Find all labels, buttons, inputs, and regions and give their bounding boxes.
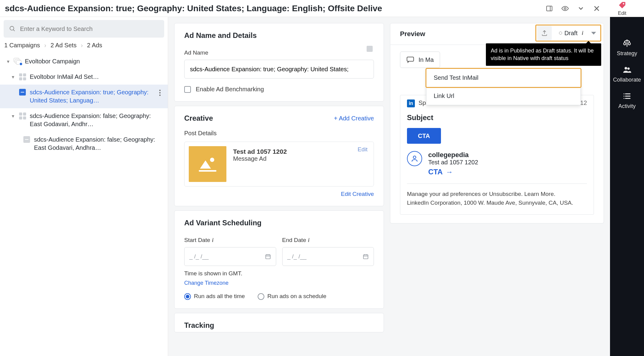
ad-icon <box>19 89 26 96</box>
svg-marker-11 <box>200 160 211 169</box>
svg-rect-14 <box>266 255 270 259</box>
svg-point-8 <box>159 90 161 91</box>
input-suffix-icon <box>367 46 373 52</box>
profile-sub: Test ad 1057 1202 <box>428 159 478 166</box>
main-content: Ad Name and Details Ad Name Enable Ad Be… <box>168 17 610 356</box>
card-title: Tracking <box>184 321 214 330</box>
tree-ad-2[interactable]: sdcs-Audience Expansion: false; Geograph… <box>0 132 168 156</box>
preview-dropdown: Send Test InMail Link Url <box>426 69 581 105</box>
info-icon[interactable]: i <box>308 237 310 243</box>
cta-button[interactable]: CTA <box>407 128 441 144</box>
sidebar: 1 Campaigns › 2 Ad Sets › 2 Ads ▼ Evolto… <box>0 17 168 356</box>
status-cluster[interactable]: Draft i <box>535 25 601 42</box>
rail-label: Collaborate <box>613 77 641 83</box>
end-date-label: End Datei <box>282 237 374 243</box>
svg-point-2 <box>564 8 566 9</box>
chevron-right-icon: › <box>44 42 46 49</box>
card-scheduling: Ad Variant Scheduling Start Datei _ /_ /… <box>174 210 384 309</box>
divider <box>407 183 587 184</box>
svg-line-7 <box>13 30 15 31</box>
tree-adset-2[interactable]: ▼ sdcs-Audience Expansion: false; Geogra… <box>0 108 168 132</box>
tree-label: sdcs-Audience Expansion: true; Geography… <box>30 88 153 105</box>
calendar-icon <box>265 254 271 260</box>
caret-down-icon[interactable] <box>591 32 596 35</box>
tree-label: Evoltobor Campaign <box>25 57 164 65</box>
card-tracking: Tracking <box>174 313 384 332</box>
tree-adset[interactable]: ▼ Evoltobor InMail Ad Set… <box>0 69 168 85</box>
avatar-icon <box>407 151 422 166</box>
tree-ad-selected[interactable]: sdcs-Audience Expansion: true; Geography… <box>0 85 168 108</box>
top-edit-block[interactable]: Edit <box>605 1 639 16</box>
inmail-chip-label: In Ma <box>419 56 434 63</box>
post-title: Test ad 1057 1202 <box>233 148 369 155</box>
svg-point-24 <box>625 67 627 70</box>
card-title: Ad Name and Details <box>184 31 257 40</box>
radio-run-all[interactable]: Run ads all the time <box>184 293 245 300</box>
caret-down-icon: ▼ <box>11 75 15 79</box>
caret-down-icon: ▼ <box>6 59 10 64</box>
status-selector[interactable]: Draft i <box>555 30 587 37</box>
ad-name-label: Ad Name <box>184 49 374 56</box>
enable-benchmarking-row[interactable]: Enable Ad Benchmarking <box>184 86 374 93</box>
kebab-menu-icon[interactable] <box>156 89 164 96</box>
info-icon[interactable]: i <box>582 30 583 36</box>
rail-label: Activity <box>618 103 636 109</box>
chevron-down-icon[interactable] <box>577 5 585 12</box>
caret-down-icon: ▼ <box>11 114 15 119</box>
eye-icon[interactable] <box>561 5 569 12</box>
edit-creative-link[interactable]: Edit Creative <box>184 191 374 197</box>
panel-layout-icon[interactable] <box>546 5 553 12</box>
svg-point-10 <box>159 95 161 96</box>
post-tile[interactable]: Test ad 1057 1202 Message Ad Edit <box>184 142 374 186</box>
preview-footer: Manage your ad preferences or Unsubscrib… <box>400 187 594 210</box>
crumb-campaigns[interactable]: 1 Campaigns <box>4 42 40 49</box>
info-icon[interactable]: i <box>212 237 214 243</box>
checkbox-icon[interactable] <box>184 86 191 93</box>
inmail-chip[interactable]: In Ma <box>400 52 440 68</box>
calendar-icon <box>363 254 369 260</box>
crumb-ads[interactable]: 2 Ads <box>87 42 102 49</box>
dd-link-url[interactable]: Link Url <box>426 87 581 105</box>
page-title: sdcs-Audience Expansion: true; Geography… <box>5 4 541 13</box>
close-icon[interactable] <box>593 5 600 12</box>
tree-label: sdcs-Audience Expansion: false; Geograph… <box>30 112 164 128</box>
search-input[interactable] <box>4 20 164 38</box>
post-edit-link[interactable]: Edit <box>358 146 368 153</box>
edit-label: Edit <box>618 11 626 16</box>
change-timezone-link[interactable]: Change Timezone <box>184 280 229 286</box>
card-title: Ad Variant Scheduling <box>184 219 262 227</box>
tree-campaign[interactable]: ▼ Evoltobor Campaign <box>0 54 168 69</box>
linkedin-logo-icon: in <box>407 99 415 107</box>
add-creative-link[interactable]: + Add Creative <box>334 115 374 122</box>
end-date-input[interactable]: _ /_ /__ <box>282 247 374 266</box>
chevron-right-icon: › <box>81 42 83 49</box>
scale-icon <box>622 39 632 48</box>
checkbox-label: Enable Ad Benchmarking <box>196 86 264 93</box>
start-date-input[interactable]: _ /_ /__ <box>184 247 276 266</box>
preview-column: Preview Draft i Ad is in Published as Dr… <box>390 23 604 350</box>
rail-activity[interactable]: Activity <box>618 92 636 109</box>
radio-run-schedule[interactable]: Run ads on a schedule <box>258 293 326 300</box>
tree-label: Evoltobor InMail Ad Set… <box>30 73 164 81</box>
ad-icon <box>23 136 30 143</box>
preview-title: Preview <box>400 30 425 38</box>
cta-link[interactable]: CTA→ <box>428 168 453 176</box>
search-field[interactable] <box>20 25 159 32</box>
top-bar: sdcs-Audience Expansion: true; Geography… <box>0 0 644 17</box>
campaign-folder-icon <box>14 58 22 65</box>
rail-collaborate[interactable]: Collaborate <box>613 65 641 83</box>
ad-name-input[interactable] <box>184 60 374 79</box>
preview-subject: Subject <box>400 112 594 124</box>
dd-send-test-inmail[interactable]: Send Test InMail <box>426 69 581 87</box>
people-icon <box>622 65 632 74</box>
upload-icon[interactable] <box>537 26 552 40</box>
status-dot-icon <box>559 32 562 35</box>
chat-icon <box>406 56 414 63</box>
rail-strategy[interactable]: Strategy <box>617 39 637 57</box>
campaign-tree: ▼ Evoltobor Campaign ▼ Evoltobor InMail … <box>0 54 168 156</box>
crumb-adsets[interactable]: 2 Ad Sets <box>51 42 77 49</box>
svg-point-23 <box>413 156 416 159</box>
form-column: Ad Name and Details Ad Name Enable Ad Be… <box>174 23 384 350</box>
adset-grid-icon <box>19 113 26 119</box>
svg-point-25 <box>627 68 630 70</box>
